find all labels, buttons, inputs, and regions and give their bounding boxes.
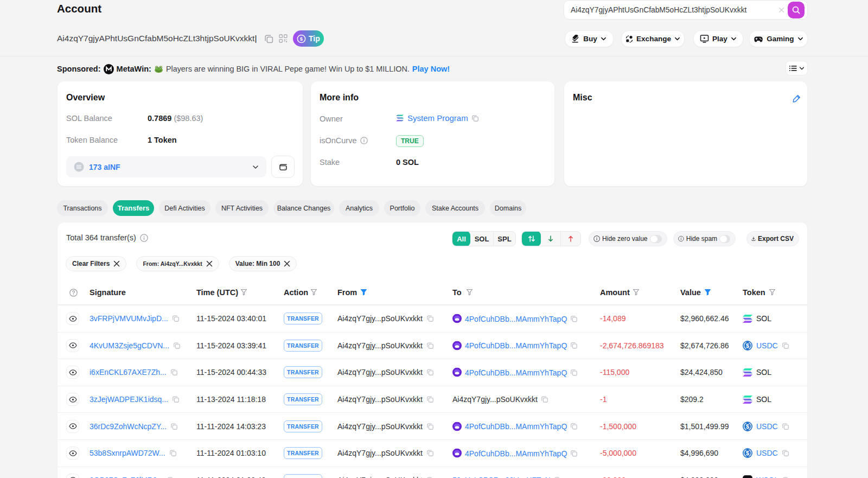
svg-text:$: $ [300, 36, 303, 42]
svg-text:$: $ [746, 423, 749, 429]
svg-text:$: $ [746, 342, 749, 349]
svg-text:$: $ [746, 450, 749, 456]
